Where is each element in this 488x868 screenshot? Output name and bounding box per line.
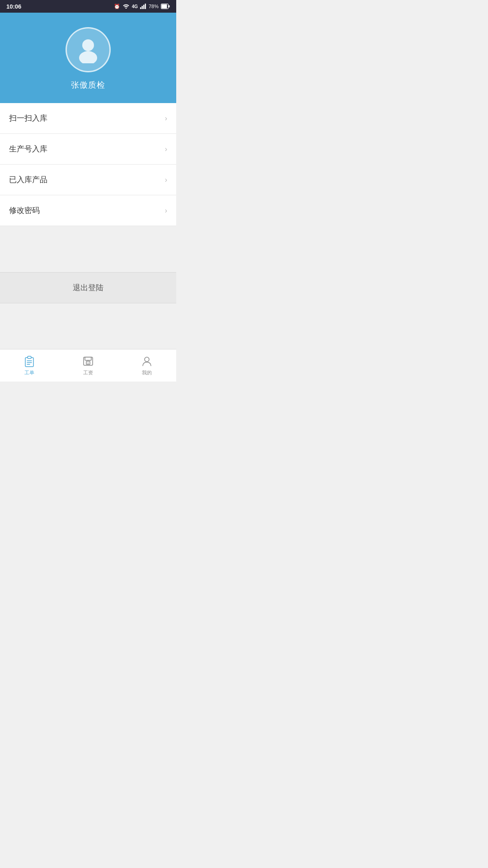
menu-item-warehoused[interactable]: 已入库产品 ›	[0, 165, 176, 195]
menu-item-change-password[interactable]: 修改密码 ›	[0, 195, 176, 226]
status-icons: ⏰ 4G 78%	[114, 3, 170, 9]
menu-item-scan-in[interactable]: 扫一扫入库 ›	[0, 103, 176, 134]
svg-rect-5	[169, 5, 170, 8]
menu-label-production-in: 生产号入库	[9, 144, 47, 154]
battery-percentage: 78%	[149, 4, 159, 9]
nav-label-salary: 工资	[83, 369, 93, 376]
avatar	[66, 27, 111, 72]
content-spacer	[0, 226, 176, 272]
menu-label-scan-in: 扫一扫入库	[9, 113, 47, 123]
menu-item-production-in[interactable]: 生产号入库 ›	[0, 134, 176, 165]
salary-icon: ¥	[82, 355, 94, 368]
logout-section: 退出登陆	[0, 272, 176, 303]
svg-point-8	[79, 51, 97, 63]
svg-rect-15	[85, 357, 91, 360]
signal-icon: 4G	[132, 4, 138, 9]
svg-rect-1	[141, 6, 143, 9]
svg-rect-0	[140, 7, 141, 9]
menu-label-warehoused: 已入库产品	[9, 175, 47, 185]
battery-icon	[161, 4, 170, 9]
status-bar: 10:06 ⏰ 4G 78%	[0, 0, 176, 13]
menu-list: 扫一扫入库 › 生产号入库 › 已入库产品 › 修改密码 ›	[0, 103, 176, 226]
svg-rect-9	[25, 358, 33, 367]
svg-point-7	[82, 39, 94, 51]
bottom-spacer	[0, 303, 176, 349]
status-time: 10:06	[6, 3, 21, 10]
nav-label-workorder: 工单	[24, 369, 34, 376]
workorder-icon	[23, 355, 36, 368]
cell-signal-icon	[140, 4, 146, 9]
chevron-icon-warehoused: ›	[165, 176, 167, 184]
svg-rect-6	[162, 5, 167, 9]
avatar-icon	[75, 36, 102, 63]
profile-name: 张傲质检	[71, 80, 105, 90]
chevron-icon-production-in: ›	[165, 145, 167, 153]
nav-item-workorder[interactable]: 工单	[0, 349, 59, 382]
menu-label-change-password: 修改密码	[9, 205, 40, 216]
wifi-icon	[122, 3, 130, 9]
alarm-icon: ⏰	[114, 4, 120, 9]
nav-item-salary[interactable]: ¥ 工资	[59, 349, 117, 382]
chevron-icon-change-password: ›	[165, 207, 167, 215]
nav-item-mine[interactable]: 我的	[117, 349, 176, 382]
chevron-icon-scan-in: ›	[165, 114, 167, 123]
svg-point-18	[145, 357, 149, 362]
profile-header: 张傲质检	[0, 13, 176, 103]
svg-rect-10	[28, 356, 31, 359]
bottom-nav: 工单 ¥ 工资 我的	[0, 349, 176, 382]
svg-rect-2	[143, 5, 145, 9]
svg-rect-3	[145, 4, 146, 9]
logout-button[interactable]: 退出登陆	[0, 272, 176, 303]
logout-label: 退出登陆	[73, 283, 103, 293]
nav-label-mine: 我的	[142, 369, 152, 376]
mine-icon	[141, 355, 153, 368]
